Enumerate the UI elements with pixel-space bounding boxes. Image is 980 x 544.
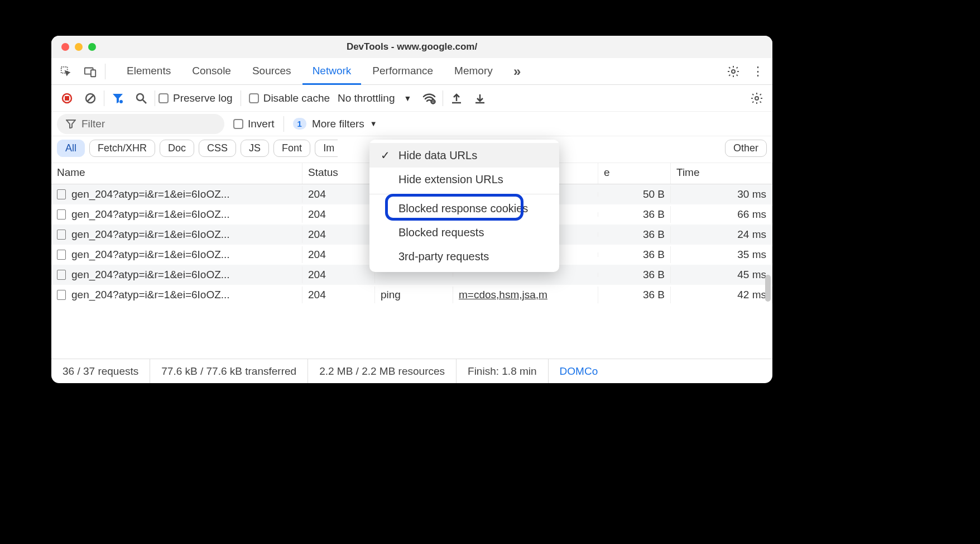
device-toolbar-icon[interactable] (80, 61, 100, 82)
cell-size: 36 B (598, 266, 671, 283)
status-resources: 2.2 MB / 2.2 MB resources (308, 359, 457, 383)
panel-tabs-row: Elements Console Sources Network Perform… (51, 58, 772, 85)
cell-type: ping (375, 287, 453, 303)
search-icon[interactable] (131, 88, 151, 108)
col-status[interactable]: Status (302, 163, 375, 184)
cell-name: gen_204?atyp=i&r=1&ei=6IoOZ... (51, 186, 302, 203)
cell-name: gen_204?atyp=i&r=1&ei=6IoOZ... (51, 287, 302, 303)
preserve-log-label: Preserve log (173, 92, 233, 104)
tab-sources[interactable]: Sources (242, 59, 301, 85)
col-name[interactable]: Name (51, 163, 302, 184)
col-time[interactable]: Time (671, 163, 772, 184)
cell-name: gen_204?atyp=i&r=1&ei=6IoOZ... (51, 226, 302, 243)
settings-icon[interactable] (723, 61, 743, 82)
filter-count-badge: 1 (293, 118, 306, 130)
cell-status: 204 (302, 206, 375, 223)
cell-time: 30 ms (671, 186, 772, 203)
svg-line-10 (143, 100, 146, 103)
more-filters-menu: ✓ Hide data URLs Hide extension URLs Blo… (369, 140, 559, 272)
menu-hide-extension-urls[interactable]: Hide extension URLs (369, 168, 559, 192)
tab-memory[interactable]: Memory (444, 59, 503, 85)
cell-time: 66 ms (671, 206, 772, 223)
titlebar: DevTools - www.google.com/ (51, 36, 772, 58)
divider (104, 90, 104, 106)
network-settings-icon[interactable] (747, 88, 767, 108)
cell-size: 50 B (598, 186, 671, 203)
record-button[interactable] (57, 88, 77, 108)
filter-toggle-icon[interactable] (108, 88, 128, 108)
network-conditions-icon[interactable] (419, 88, 439, 108)
chip-fetch-xhr[interactable]: Fetch/XHR (89, 140, 155, 157)
menu-hide-data-urls[interactable]: ✓ Hide data URLs (369, 143, 559, 168)
file-icon (57, 209, 66, 219)
divider (155, 90, 155, 106)
kebab-menu-icon[interactable]: ⋮ (748, 61, 768, 82)
status-transferred: 77.6 kB / 77.6 kB transferred (150, 359, 308, 383)
cell-time: 24 ms (671, 226, 772, 243)
clear-button[interactable] (80, 88, 100, 108)
upload-har-icon[interactable] (446, 88, 467, 108)
cell-name: gen_204?atyp=i&r=1&ei=6IoOZ... (51, 266, 302, 283)
minimize-window-button[interactable] (75, 43, 83, 51)
tab-elements[interactable]: Elements (117, 59, 181, 85)
divider (105, 64, 105, 79)
scrollbar-thumb[interactable] (765, 275, 771, 302)
inspect-element-icon[interactable] (56, 61, 76, 82)
preserve-log-checkbox[interactable]: Preserve log (158, 92, 233, 104)
svg-point-8 (119, 100, 123, 103)
maximize-window-button[interactable] (88, 43, 96, 51)
filter-input[interactable]: Filter (57, 114, 224, 134)
menu-label: Hide data URLs (398, 149, 477, 162)
chip-other[interactable]: Other (725, 140, 767, 157)
status-requests: 36 / 37 requests (51, 359, 150, 383)
divider (241, 90, 241, 106)
chip-js[interactable]: JS (241, 140, 269, 157)
close-window-button[interactable] (61, 43, 69, 51)
check-icon: ✓ (381, 149, 391, 162)
more-filters-dropdown[interactable]: 1 More filters ▼ (293, 118, 377, 130)
menu-label: Blocked response cookies (398, 202, 528, 215)
cell-time: 42 ms (671, 287, 772, 303)
file-icon (57, 230, 66, 240)
cell-time: 45 ms (671, 266, 772, 283)
chip-doc[interactable]: Doc (160, 140, 194, 157)
checkbox-icon (158, 93, 169, 103)
cell-name: gen_204?atyp=i&r=1&ei=6IoOZ... (51, 246, 302, 263)
svg-point-3 (732, 70, 735, 73)
cell-status: 204 (302, 287, 375, 303)
window-title: DevTools - www.google.com/ (51, 41, 772, 53)
menu-label: Blocked requests (398, 226, 484, 239)
menu-label: Hide extension URLs (398, 173, 503, 186)
funnel-icon (66, 120, 76, 128)
tab-network[interactable]: Network (302, 59, 362, 85)
divider (284, 116, 284, 132)
more-filters-label: More filters (312, 118, 364, 130)
more-tabs-icon[interactable]: » (507, 61, 527, 82)
chip-img[interactable]: Im (315, 140, 338, 157)
network-toolbar: Preserve log Disable cache No throttling… (51, 85, 772, 112)
invert-checkbox[interactable]: Invert (233, 118, 275, 130)
col-size[interactable]: e (598, 163, 671, 184)
cell-status: 204 (302, 226, 375, 243)
chip-css[interactable]: CSS (199, 140, 236, 157)
tab-console[interactable]: Console (182, 59, 241, 85)
file-icon (57, 189, 66, 199)
throttling-value: No throttling (338, 92, 395, 104)
filter-row: Filter Invert 1 More filters ▼ (51, 112, 772, 136)
menu-blocked-requests[interactable]: Blocked requests (369, 221, 559, 245)
download-har-icon[interactable] (470, 88, 490, 108)
tab-performance[interactable]: Performance (362, 59, 443, 85)
menu-3rd-party-requests[interactable]: 3rd-party requests (369, 245, 559, 269)
menu-blocked-response-cookies[interactable]: Blocked response cookies (369, 197, 559, 221)
file-icon (57, 270, 66, 280)
chip-all[interactable]: All (57, 140, 85, 157)
chevron-down-icon: ▼ (370, 120, 377, 128)
disable-cache-checkbox[interactable]: Disable cache (249, 92, 330, 104)
table-row[interactable]: gen_204?atyp=i&r=1&ei=6IoOZ...204pingm=c… (51, 285, 772, 305)
throttling-select[interactable]: No throttling ▼ (333, 92, 416, 104)
cell-size: 36 B (598, 206, 671, 223)
chevron-down-icon: ▼ (403, 94, 411, 103)
cell-size: 36 B (598, 246, 671, 263)
chip-font[interactable]: Font (273, 140, 310, 157)
checkbox-icon (249, 93, 259, 103)
